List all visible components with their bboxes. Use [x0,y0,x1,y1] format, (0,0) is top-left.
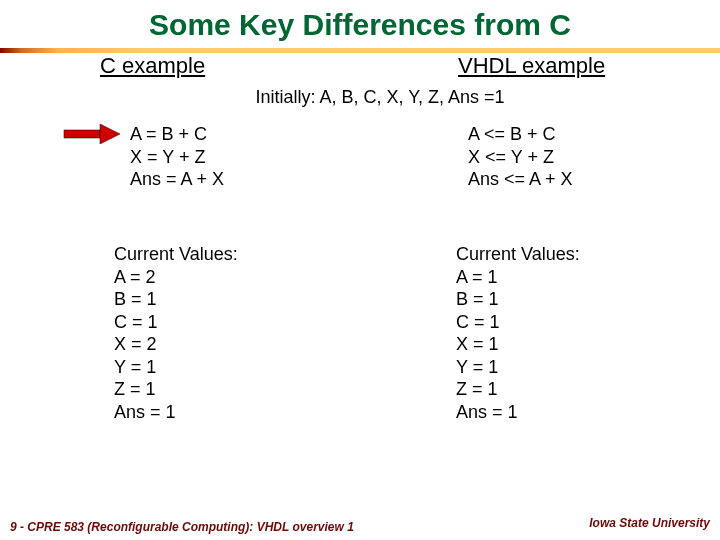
c-example-header: C example [100,53,205,79]
footer: 9 - CPRE 583 (Reconfigurable Computing):… [10,520,710,534]
c-current-values: Current Values: A = 2 B = 1 C = 1 X = 2 … [114,243,238,423]
vhdl-example-header: VHDL example [458,53,605,79]
footer-left-text: 9 - CPRE 583 (Reconfigurable Computing):… [10,520,354,534]
vhdl-current-values: Current Values: A = 1 B = 1 C = 1 X = 1 … [456,243,580,423]
c-code-block: A = B + C X = Y + Z Ans = A + X [130,123,224,191]
svg-marker-1 [100,124,120,144]
initial-values-text: Initially: A, B, C, X, Y, Z, Ans =1 [40,87,720,108]
svg-rect-0 [64,130,100,138]
slide-title: Some Key Differences from C [0,0,720,48]
highlight-arrow-icon [62,124,120,144]
vhdl-code-block: A <= B + C X <= Y + Z Ans <= A + X [468,123,573,191]
content-area: C example VHDL example Initially: A, B, … [0,53,720,71]
footer-right-text: Iowa State University [589,516,710,530]
